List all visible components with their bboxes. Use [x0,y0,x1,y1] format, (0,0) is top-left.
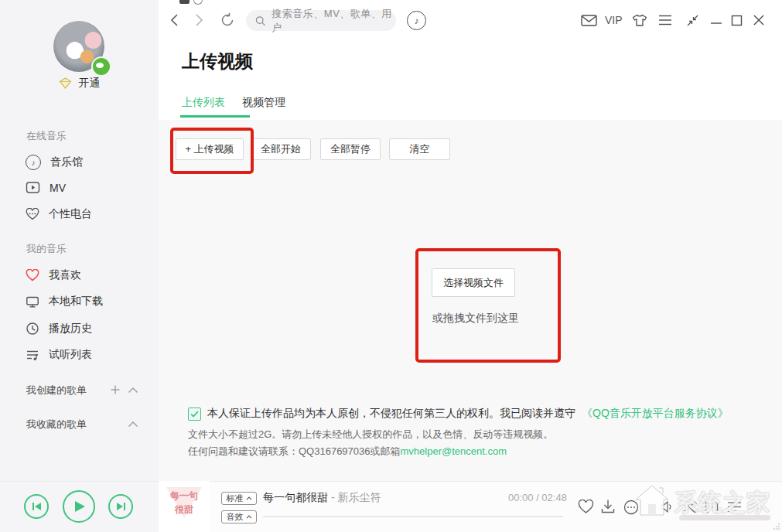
personal-radio-icon [26,208,39,221]
page-title: 上传视频 [182,49,253,73]
vip-activate-label: 开通 [79,77,101,89]
back-icon[interactable] [169,13,179,27]
album-art-text: 每一句 [159,489,210,503]
sidebar-item-play-history[interactable]: 播放历史 [26,322,92,336]
previous-button[interactable] [24,494,49,519]
title-bar: 搜索音乐、MV、歌单、用户 ♪ VIP [159,0,782,40]
upload-video-page: 上传视频 上传列表 视频管理 + 上传视频 全部开始 全部暂停 清空 选择视频文… [159,40,782,481]
now-playing: 每一句都很甜 - 新乐尘符 [263,491,381,505]
sidebar-item-label: 本地和下载 [49,295,103,309]
resize-grip[interactable] [773,523,780,530]
next-button[interactable] [108,494,133,519]
time-display: 00:00 / 02:48 [508,492,567,503]
album-art-text: 很甜 [159,503,210,517]
check-icon [190,411,199,418]
sidebar-item-label: 我喜欢 [49,268,81,282]
mail-icon[interactable] [581,15,597,26]
history-icon [26,322,39,336]
window-edge-artifact [179,0,190,4]
quality-selector[interactable]: 标准 [221,492,257,505]
music-hall-icon: ♪ [26,155,41,170]
sidebar-item-label: 音乐馆 [50,155,83,169]
active-tab-underline [180,115,250,118]
sidebar-item-my-likes[interactable]: 我喜欢 [26,268,81,282]
audition-list-icon [26,349,39,362]
mv-icon [26,181,40,194]
refresh-icon[interactable] [220,12,235,28]
group-my-collected-playlists[interactable]: 我收藏的歌单 [26,418,87,431]
vip-button[interactable]: VIP [605,14,623,26]
sidebar: 开通 在线音乐 ♪ 音乐馆 MV 个性电台 我的音乐 我喜欢 本地和下载 [0,0,159,481]
contact-prefix: 任何问题和建议请联系：QQ3167697036或邮箱 [188,445,401,457]
sidebar-item-music-hall[interactable]: ♪ 音乐馆 [26,155,83,170]
artist-name: 新乐尘符 [337,491,381,503]
heart-icon [26,269,39,282]
agreement-statement: 本人保证上传作品均为本人原创，不侵犯任何第三人的权利。我已阅读并遵守 [207,407,575,421]
play-icon [74,500,86,513]
contact-note: 任何问题和建议请联系：QQ3167697036或邮箱mvhelper@tence… [188,445,507,459]
chevron-up-icon [246,515,252,519]
playlist-icon[interactable] [727,501,742,513]
progress-bar[interactable] [263,516,563,517]
add-playlist-icon[interactable] [110,384,121,395]
album-art[interactable]: 每一句 很甜 [159,481,210,532]
quality-label: 标准 [227,493,244,504]
sidebar-item-mv[interactable]: MV [26,181,66,194]
section-my-music: 我的音乐 [26,242,67,256]
next-icon [116,502,126,511]
select-video-file-button[interactable]: 选择视频文件 [432,268,515,297]
chevron-up-icon [246,496,252,500]
agreement-row: 本人保证上传作品均为本人原创，不侵犯任何第三人的权利。我已阅读并遵守 《QQ音乐… [188,407,729,421]
service-agreement-link[interactable]: 《QQ音乐开放平台服务协议》 [582,407,729,421]
wechat-badge-icon [91,56,111,77]
search-input[interactable]: 搜索音乐、MV、歌单、用户 [246,10,396,31]
section-online-music: 在线音乐 [26,129,67,143]
tab-upload-list[interactable]: 上传列表 [182,96,225,110]
agreement-checkbox[interactable] [188,408,201,421]
collapse-created-icon[interactable] [128,387,138,394]
contact-email-link[interactable]: mvhelper@tencent.com [401,445,507,457]
collapse-collected-icon[interactable] [128,421,138,428]
search-icon [255,15,265,26]
play-button[interactable] [63,490,95,523]
upload-video-button[interactable]: + 上传视频 [176,138,244,160]
pause-all-button[interactable]: 全部暂停 [320,138,381,160]
upload-note: 文件大小不超过2G。请勿上传未经他人授权的作品，以及色情、反动等违规视频。 [188,428,553,442]
green-diamond-icon [59,77,72,89]
sidebar-item-label: 个性电台 [49,207,92,221]
volume-icon[interactable] [660,500,674,513]
sidebar-item-label: MV [50,182,66,194]
mini-mode-icon[interactable] [686,14,699,27]
sidebar-item-label: 试听列表 [49,348,92,362]
search-placeholder: 搜索音乐、MV、歌单、用户 [271,7,396,35]
lyrics-icon[interactable] [705,501,719,513]
dropzone-hint: 或拖拽文件到这里 [432,312,519,326]
maximize-icon[interactable] [731,15,743,26]
sidebar-item-label: 播放历史 [49,322,92,336]
forward-icon[interactable] [195,13,204,27]
download-icon[interactable] [601,499,615,514]
close-icon[interactable] [753,14,765,26]
like-heart-icon[interactable] [578,500,594,514]
sidebar-item-personal-radio[interactable]: 个性电台 [26,207,92,221]
song-title: 每一句都很甜 [263,491,328,503]
sound-effect-selector[interactable]: 音效 [221,510,257,523]
song-recognition-icon[interactable]: ♪ [407,11,426,30]
sidebar-item-audition-list[interactable]: 试听列表 [26,348,92,362]
effect-label: 音效 [227,511,244,523]
start-all-button[interactable]: 全部开始 [251,138,311,160]
main-menu-icon[interactable] [658,15,672,26]
clear-button[interactable]: 清空 [389,138,450,160]
annotation-box-dropzone: 选择视频文件 或拖拽文件到这里 [415,248,561,363]
player-bar: 每一句 很甜 标准 音效 每一句都很甜 - 新乐尘符 00:00 / 02:48 [0,481,782,532]
local-download-icon [26,295,39,309]
group-my-created-playlists[interactable]: 我创建的歌单 [26,384,87,397]
play-mode-shuffle-icon[interactable] [682,501,698,513]
minimize-icon[interactable] [710,14,722,27]
more-options-icon[interactable] [623,500,639,515]
theme-shirt-icon[interactable] [632,14,647,27]
tab-video-manage[interactable]: 视频管理 [242,96,285,110]
song-separator: - [328,491,337,503]
sidebar-item-local-download[interactable]: 本地和下载 [26,295,103,309]
vip-activate[interactable]: 开通 [0,77,159,90]
